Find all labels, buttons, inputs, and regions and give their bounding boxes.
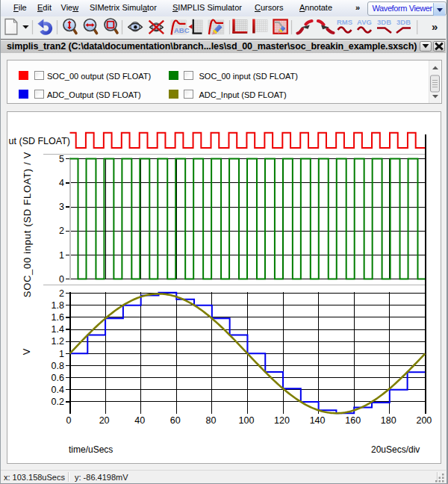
svg-text:160: 160 — [345, 415, 361, 426]
svg-text:60: 60 — [170, 415, 181, 426]
svg-text:120: 120 — [274, 415, 290, 426]
svg-text:3DB: 3DB — [396, 18, 411, 26]
svg-text:RMS: RMS — [337, 18, 352, 26]
svg-text:1.6: 1.6 — [52, 312, 64, 323]
svg-text:180: 180 — [381, 415, 396, 426]
svg-text:3: 3 — [59, 202, 64, 212]
svg-text:200: 200 — [416, 415, 432, 426]
svg-text:140: 140 — [310, 415, 326, 426]
svg-text:0.6: 0.6 — [52, 373, 64, 383]
svg-text:0: 0 — [66, 415, 72, 426]
svg-text:80: 80 — [205, 415, 216, 426]
svg-text:100: 100 — [239, 415, 255, 426]
svg-text:0: 0 — [59, 274, 64, 285]
svg-text:0.8: 0.8 — [52, 361, 64, 371]
svg-text:ABC: ABC — [174, 26, 190, 34]
svg-text:0.2: 0.2 — [52, 397, 64, 407]
svg-text:AVG: AVG — [357, 18, 372, 26]
svg-text:1: 1 — [59, 250, 64, 261]
svg-text:1: 1 — [59, 349, 64, 359]
svg-text:1.8: 1.8 — [52, 300, 64, 311]
svg-text:2: 2 — [59, 288, 64, 299]
svg-text:2: 2 — [59, 226, 64, 236]
svg-text:»: » — [432, 20, 438, 33]
svg-text:3DB: 3DB — [377, 18, 391, 26]
svg-text:0.4: 0.4 — [52, 385, 64, 395]
svg-text:5: 5 — [59, 154, 64, 164]
svg-text:4: 4 — [59, 178, 64, 188]
svg-text:1.4: 1.4 — [52, 324, 64, 335]
svg-text:20: 20 — [99, 415, 110, 426]
svg-text:40: 40 — [134, 415, 145, 426]
svg-text:1.2: 1.2 — [52, 336, 64, 347]
